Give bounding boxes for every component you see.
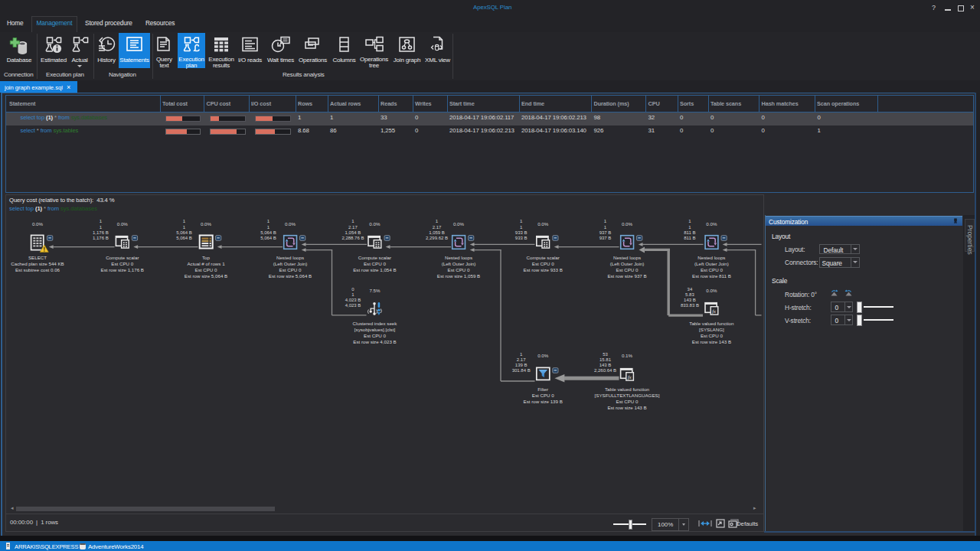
svg-text:Filter: Filter [537,386,548,392]
svg-text:1: 1 [688,225,691,230]
svg-text:Est CPU 0: Est CPU 0 [279,267,302,272]
svg-text:[sysobjvalues].[clst]: [sysobjvalues].[clst] [354,327,396,332]
svg-text:1,054 B: 1,054 B [345,230,361,235]
svg-text:937 B: 937 B [599,230,612,235]
svg-text:0.0%: 0.0% [453,221,465,227]
svg-text:139 B: 139 B [515,363,528,367]
svg-text:Est row size 1,054 B: Est row size 1,054 B [353,267,396,272]
svg-text:Est row size 143 B: Est row size 143 B [607,405,646,410]
svg-text:Est CPU 0: Est CPU 0 [364,261,386,266]
svg-text:34: 34 [688,287,693,292]
svg-text:(Left Outer Join): (Left Outer Join) [694,261,729,266]
svg-text:Clustered index seek: Clustered index seek [353,321,398,326]
svg-text:811 B: 811 B [684,230,695,235]
svg-text:Table valued function: Table valued function [605,386,650,392]
svg-text:Est row size 1,059 B: Est row size 1,059 B [437,273,480,279]
svg-text:Table valued function: Table valued function [689,321,734,326]
svg-text:1: 1 [267,219,270,223]
svg-text:1: 1 [100,225,103,230]
svg-text:(Left Outer Join): (Left Outer Join) [442,261,476,266]
svg-text:Est CPU 0: Est CPU 0 [701,267,723,272]
svg-text:0.0%: 0.0% [32,221,44,227]
svg-text:0.0%: 0.0% [622,221,633,227]
svg-text:143 B: 143 B [684,298,696,302]
svg-text:Nested loops: Nested loops [697,255,725,260]
svg-text:1: 1 [351,292,354,297]
svg-text:0: 0 [351,287,354,292]
svg-text:1: 1 [604,219,607,223]
svg-text:933 B: 933 B [515,236,528,240]
svg-text:933 B: 933 B [515,230,528,235]
svg-text:[SYSLANG]: [SYSLANG] [699,327,724,332]
svg-text:[SYSFULLTEXTLANGUAGES]: [SYSFULLTEXTLANGUAGES] [595,393,660,398]
svg-text:Est CPU 0: Est CPU 0 [532,393,554,398]
svg-text:1: 1 [688,219,691,223]
svg-text:Est row size 5,064 B: Est row size 5,064 B [185,273,227,279]
svg-text:Est CPU 0: Est CPU 0 [195,267,217,272]
svg-text:1: 1 [604,225,607,230]
svg-text:Est row size 143 B: Est row size 143 B [692,339,731,344]
svg-text:5,064 B: 5,064 B [176,230,192,235]
svg-text:Cached plan size 544 KB: Cached plan size 544 KB [11,261,64,266]
svg-text:1,176 B: 1,176 B [93,230,109,235]
svg-text:2.17: 2.17 [517,357,526,362]
svg-text:Est CPU 0: Est CPU 0 [616,399,639,404]
svg-text:5,064 B: 5,064 B [260,236,276,240]
svg-text:1: 1 [436,219,439,223]
svg-text:Top: Top [202,255,211,260]
svg-text:5,064 B: 5,064 B [176,236,192,240]
svg-text:Est row size 811 B: Est row size 811 B [692,273,731,279]
svg-text:0.0%: 0.0% [537,221,549,227]
svg-text:1: 1 [100,219,103,223]
svg-text:1: 1 [520,225,523,230]
svg-text:Est CPU 0: Est CPU 0 [111,261,133,266]
svg-text:Est CPU 0: Est CPU 0 [532,261,554,266]
svg-text:Actual # of rows 1: Actual # of rows 1 [187,261,225,266]
svg-text:1: 1 [183,219,186,223]
svg-text:2.17: 2.17 [433,225,442,230]
svg-text:143 B: 143 B [599,363,612,367]
svg-text:0.0%: 0.0% [117,221,129,227]
svg-text:1: 1 [351,219,354,223]
svg-text:(Left Outer Join): (Left Outer Join) [273,261,308,266]
svg-text:1: 1 [183,225,186,230]
svg-text:301.84 B: 301.84 B [512,368,531,373]
svg-text:1: 1 [267,225,270,230]
svg-text:2,299.62 B: 2,299.62 B [426,236,448,240]
svg-text:1: 1 [520,352,523,357]
svg-text:Est row size 1,176 B: Est row size 1,176 B [101,267,144,272]
svg-text:7.5%: 7.5% [369,288,381,293]
svg-text:Est row size 4,023 B: Est row size 4,023 B [353,339,396,344]
svg-text:4,023 B: 4,023 B [345,298,361,302]
svg-text:15.81: 15.81 [599,357,612,362]
svg-text:Est row size 139 B: Est row size 139 B [524,399,563,404]
svg-text:Est row size 5,064 B: Est row size 5,064 B [269,273,312,279]
svg-text:Est row size 933 B: Est row size 933 B [524,267,563,272]
svg-text:Compute scalar: Compute scalar [358,255,391,260]
svg-text:0.0%: 0.0% [201,221,212,227]
svg-text:Nested loops: Nested loops [613,255,641,260]
svg-text:Est subtree cost 0.06: Est subtree cost 0.06 [15,267,60,272]
svg-text:0.0%: 0.0% [369,221,381,227]
svg-text:5.83: 5.83 [685,292,694,297]
svg-text:Nested loops: Nested loops [445,255,472,260]
svg-text:Compute scalar: Compute scalar [106,255,139,260]
svg-text:Est CPU 0: Est CPU 0 [616,267,639,272]
svg-text:0.0%: 0.0% [537,353,549,358]
svg-text:53: 53 [603,352,608,357]
svg-text:1: 1 [520,219,523,223]
svg-text:1,059 B: 1,059 B [429,230,445,235]
svg-text:Est CPU 0: Est CPU 0 [701,333,723,338]
svg-text:Compute scalar: Compute scalar [527,255,560,260]
svg-text:Est CPU 0: Est CPU 0 [364,333,386,338]
svg-text:937 B: 937 B [599,236,612,240]
svg-text:0.0%: 0.0% [706,221,717,227]
svg-text:2.17: 2.17 [348,225,358,230]
svg-text:Est row size 937 B: Est row size 937 B [607,273,646,279]
svg-text:Nested loops: Nested loops [276,255,304,260]
svg-text:0.0%: 0.0% [706,288,717,293]
svg-text:811 B: 811 B [684,236,695,240]
svg-text:0.1%: 0.1% [622,353,633,358]
svg-text:1,176 B: 1,176 B [93,236,109,240]
svg-text:Est CPU 0: Est CPU 0 [448,267,470,272]
